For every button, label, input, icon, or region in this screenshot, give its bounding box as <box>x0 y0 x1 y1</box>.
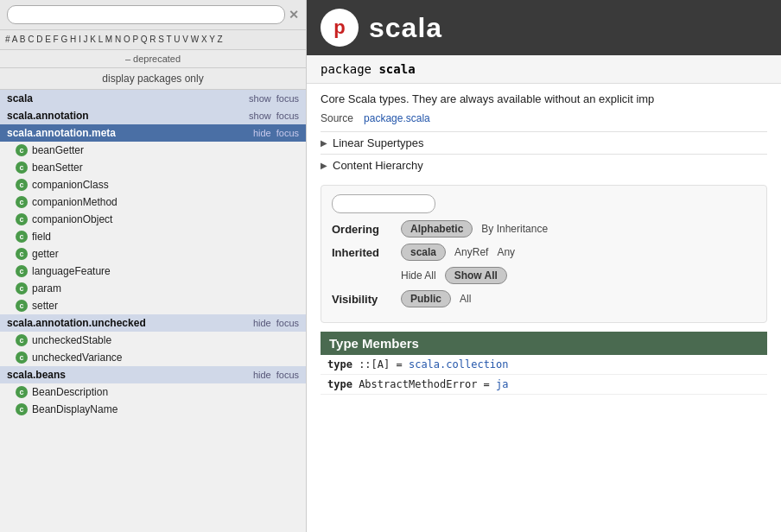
member-icon-uncheckedVariance: c <box>16 352 28 364</box>
member-label-BeanDisplayName: BeanDisplayName <box>32 403 117 415</box>
visibility-all-link[interactable]: All <box>460 293 471 305</box>
show-link-scala[interactable]: show <box>249 93 271 104</box>
code-link-1[interactable]: scala.collection <box>409 358 509 370</box>
member-label-companionClass: companionClass <box>32 179 109 191</box>
ordering-by-inheritance-link[interactable]: By Inheritance <box>481 223 548 235</box>
package-item-unchecked[interactable]: scala.annotation.unchecked hide focus <box>0 314 306 332</box>
content-hierarchy-row[interactable]: ▶ Content Hierarchy <box>321 154 767 176</box>
scala-logo: p <box>321 9 359 47</box>
search-bar: ✕ <box>0 0 306 30</box>
member-BeanDisplayName[interactable]: c BeanDisplayName <box>0 401 306 418</box>
package-item-scala-beans[interactable]: scala.beans hide focus <box>0 366 306 383</box>
scala-title: scala <box>369 12 442 44</box>
member-BeanDescription[interactable]: c BeanDescription <box>0 383 306 401</box>
focus-link-scala[interactable]: focus <box>276 93 299 104</box>
member-label-BeanDescription: BeanDescription <box>32 386 108 398</box>
member-label-field: field <box>32 231 51 243</box>
action-links-beans: hide focus <box>253 370 299 380</box>
content-hierarchy-triangle: ▶ <box>321 161 327 170</box>
focus-link-beans[interactable]: focus <box>276 370 299 380</box>
filter-search-input[interactable] <box>332 194 435 213</box>
right-panel: p scala package scala Core Scala types. … <box>307 0 781 532</box>
member-icon-beanGetter: c <box>16 144 28 156</box>
linear-supertypes-row[interactable]: ▶ Linear Supertypes <box>321 131 767 154</box>
alpha-bar: # A B C D E F G H I J K L M N O P Q R S … <box>0 30 306 50</box>
member-label-companionObject: companionObject <box>32 213 112 225</box>
member-icon-beanSetter: c <box>16 162 28 174</box>
code-row-2: type AbstractMethodError = ja <box>321 375 767 395</box>
member-label-companionMethod: companionMethod <box>32 196 117 208</box>
member-param[interactable]: c param <box>0 280 306 297</box>
package-item-scala[interactable]: scala show focus <box>0 90 306 107</box>
package-name-scala: scala <box>7 92 33 104</box>
code-link-2[interactable]: ja <box>496 378 508 390</box>
filter-section: Ordering Alphabetic By Inheritance Inher… <box>321 185 767 323</box>
member-companionObject[interactable]: c companionObject <box>0 211 306 228</box>
search-input[interactable] <box>7 5 285 24</box>
visibility-label: Visibility <box>332 293 392 306</box>
show-link-annotation[interactable]: show <box>249 111 271 121</box>
member-icon-BeanDisplayName: c <box>16 403 28 415</box>
member-icon-companionObject: c <box>16 213 28 225</box>
nav-list: scala show focus scala.annotation show f… <box>0 90 306 532</box>
member-languageFeature[interactable]: c languageFeature <box>0 263 306 280</box>
member-label-beanGetter: beanGetter <box>32 144 84 156</box>
hide-link-beans[interactable]: hide <box>253 370 271 380</box>
search-clear-icon[interactable]: ✕ <box>289 9 299 21</box>
package-name-unchecked: scala.annotation.unchecked <box>7 317 146 329</box>
member-icon-uncheckedStable: c <box>16 334 28 346</box>
inherited-any-link[interactable]: Any <box>497 246 515 258</box>
action-links-scala-annotation: show focus <box>249 111 299 121</box>
linear-supertypes-triangle: ▶ <box>321 138 327 148</box>
focus-link-meta[interactable]: focus <box>276 128 299 138</box>
action-links-scala: show focus <box>249 93 299 104</box>
package-name-meta: scala.annotation.meta <box>7 127 116 139</box>
ordering-alphabetic-pill[interactable]: Alphabetic <box>401 220 473 238</box>
member-companionClass[interactable]: c companionClass <box>0 176 306 193</box>
hide-all-link[interactable]: Hide All <box>401 269 436 282</box>
member-label-getter: getter <box>32 248 59 260</box>
member-companionMethod[interactable]: c companionMethod <box>0 193 306 211</box>
linear-supertypes-label: Linear Supertypes <box>333 136 424 149</box>
display-packages-link[interactable]: display packages only <box>0 68 306 90</box>
inherited-anyref-link[interactable]: AnyRef <box>454 246 488 258</box>
alpha-bar-text: # A B C D E F G H I J K L M N O P Q R S … <box>5 35 223 44</box>
source-link[interactable]: package.scala <box>364 112 430 124</box>
content-hierarchy-label: Content Hierarchy <box>333 159 423 172</box>
ordering-row: Ordering Alphabetic By Inheritance <box>332 220 756 238</box>
member-beanGetter[interactable]: c beanGetter <box>0 142 306 159</box>
description-text: Core Scala types. They are always availa… <box>321 92 767 105</box>
member-field[interactable]: c field <box>0 228 306 245</box>
member-label-uncheckedVariance: uncheckedVariance <box>32 352 123 364</box>
member-label-setter: setter <box>32 300 58 312</box>
member-beanSetter[interactable]: c beanSetter <box>0 159 306 176</box>
visibility-public-pill[interactable]: Public <box>401 290 451 307</box>
member-icon-companionClass: c <box>16 179 28 191</box>
package-item-scala-annotation[interactable]: scala.annotation show focus <box>0 107 306 124</box>
hide-link-unchecked[interactable]: hide <box>253 318 271 328</box>
member-label-uncheckedStable: uncheckedStable <box>32 334 111 346</box>
member-getter[interactable]: c getter <box>0 245 306 263</box>
hide-link-meta[interactable]: hide <box>253 128 271 138</box>
hide-show-row: Hide All Show All <box>332 267 756 284</box>
member-label-beanSetter: beanSetter <box>32 162 83 174</box>
member-setter[interactable]: c setter <box>0 297 306 314</box>
package-name-display: scala <box>378 62 415 76</box>
package-line: package scala <box>307 55 781 84</box>
show-all-pill[interactable]: Show All <box>445 267 507 284</box>
focus-link-annotation[interactable]: focus <box>276 111 299 121</box>
member-uncheckedVariance[interactable]: c uncheckedVariance <box>0 349 306 366</box>
package-name-scala-annotation: scala.annotation <box>7 110 89 122</box>
deprecated-label: – deprecated <box>0 50 306 68</box>
source-line: Source package.scala <box>321 112 767 124</box>
package-item-scala-annotation-meta[interactable]: scala.annotation.meta hide focus <box>0 124 306 142</box>
member-uncheckedStable[interactable]: c uncheckedStable <box>0 332 306 349</box>
member-icon-BeanDescription: c <box>16 386 28 398</box>
member-icon-param: c <box>16 282 28 294</box>
left-panel: ✕ # A B C D E F G H I J K L M N O P Q R … <box>0 0 307 532</box>
inherited-scala-pill[interactable]: scala <box>401 244 446 261</box>
focus-link-unchecked[interactable]: focus <box>276 318 299 328</box>
action-links-unchecked: hide focus <box>253 318 299 328</box>
action-links-meta: hide focus <box>253 128 299 138</box>
logo-letter: p <box>333 16 345 39</box>
